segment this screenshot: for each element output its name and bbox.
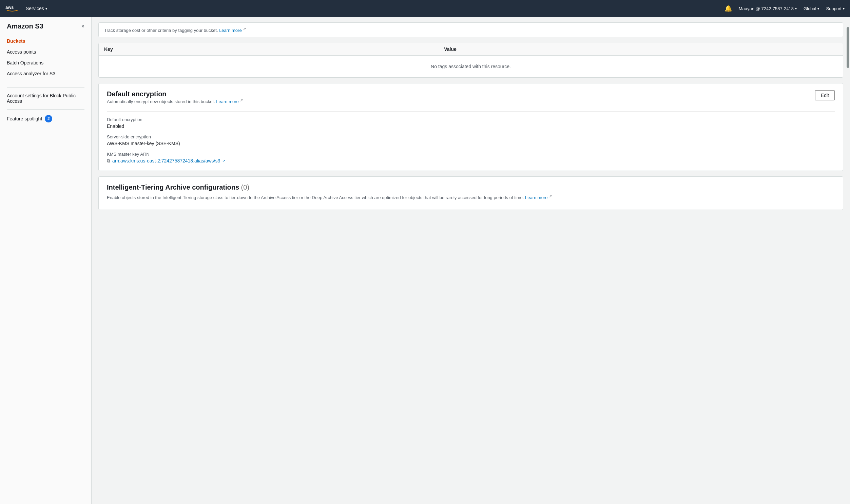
card-header: Default encryption Automatically encrypt… [107,90,835,106]
sidebar-item-account-settings[interactable]: Account settings for Block Public Access [0,90,91,107]
services-menu[interactable]: Services ▾ [26,6,47,11]
support-menu[interactable]: Support ▾ [826,6,845,11]
support-label: Support [826,6,842,11]
kms-arn-label: KMS master key ARN [107,151,835,157]
notifications-bell-icon[interactable]: 🔔 [724,5,732,12]
sse-label: Server-side encryption [107,134,835,139]
intelligent-tiering-card: Intelligent-Tiering Archive configuratio… [98,176,843,210]
encryption-card-divider [107,111,835,112]
aws-logo-svg: aws [5,4,19,13]
tags-notice-text: Track storage cost or other criteria by … [104,28,218,33]
sidebar-divider-1 [7,87,85,88]
services-chevron-icon: ▾ [46,7,47,11]
encryption-learn-more-link[interactable]: Learn more [216,100,238,105]
encryption-card-title: Default encryption [107,90,243,98]
global-chevron-icon: ▾ [817,7,819,11]
default-encryption-value: Enabled [107,124,835,129]
tags-empty-message: No tags associated with this resource. [99,56,843,78]
sidebar-title: Amazon S3 [7,22,43,30]
tiering-count: (0) [241,183,249,191]
sidebar-close-button[interactable]: × [82,24,85,29]
svg-text:aws: aws [5,5,14,10]
kms-arn-link[interactable]: ⧉ arn:aws:kms:us-east-2:724275872418:ali… [107,158,835,164]
tiering-title-section: Intelligent-Tiering Archive configuratio… [107,183,552,201]
sidebar-header: Amazon S3 × [0,22,91,36]
tags-learn-more-link[interactable]: Learn more [219,28,241,33]
services-label: Services [26,6,44,11]
sidebar-item-access-analyzer[interactable]: Access analyzer for S3 [0,68,91,79]
global-label: Global [803,6,816,11]
kms-arn-value: ⧉ arn:aws:kms:us-east-2:724275872418:ali… [107,158,835,164]
user-menu[interactable]: Maayan @ 7242-7587-2418 ▾ [739,6,797,11]
tags-external-link-icon: ↗ [243,27,246,31]
tags-notice: Track storage cost or other criteria by … [98,22,843,37]
tags-section: Key Value No tags associated with this r… [98,43,843,78]
tiering-card-header: Intelligent-Tiering Archive configuratio… [107,183,835,201]
default-encryption-label: Default encryption [107,117,835,122]
kms-arn-text: arn:aws:kms:us-east-2:724275872418:alias… [112,158,220,163]
tiering-card-title: Intelligent-Tiering Archive configuratio… [107,183,552,191]
tags-table: Key Value No tags associated with this r… [99,43,843,77]
sse-value: AWS-KMS master-key (SSE-KMS) [107,141,835,146]
feature-spotlight-label: Feature spotlight [7,116,42,122]
sidebar-navigation: Buckets Access points Batch Operations A… [0,36,91,85]
feature-spotlight-badge: 2 [45,115,52,123]
tags-value-header: Value [438,43,843,56]
main-content: Track storage cost or other criteria by … [92,17,850,504]
scrollbar-thumb[interactable] [847,27,849,68]
encryption-external-icon: ↗ [240,98,243,102]
sidebar-item-batch-operations[interactable]: Batch Operations [0,57,91,68]
sidebar-item-buckets[interactable]: Buckets [0,36,91,47]
tags-key-header: Key [99,43,438,56]
default-encryption-card: Default encryption Automatically encrypt… [98,83,843,170]
card-title-section: Default encryption Automatically encrypt… [107,90,243,106]
kms-external-icon: ↗ [222,159,225,163]
encryption-edit-button[interactable]: Edit [815,90,835,101]
top-navigation: aws Services ▾ 🔔 Maayan @ 7242-7587-2418… [0,0,850,17]
encryption-card-subtitle: Automatically encrypt new objects stored… [107,98,243,104]
tiering-description: Enable objects stored in the Intelligent… [107,193,552,201]
user-chevron-icon: ▾ [795,7,797,11]
scrollbar-track[interactable] [846,0,850,504]
support-chevron-icon: ▾ [843,7,845,11]
copy-icon: ⧉ [107,158,110,164]
tiering-learn-more-link[interactable]: Learn more [525,195,547,200]
sidebar-item-feature-spotlight[interactable]: Feature spotlight 2 [0,112,91,125]
sidebar-divider-2 [7,109,85,110]
aws-logo[interactable]: aws [5,4,19,13]
sidebar-item-access-points[interactable]: Access points [0,47,91,57]
sidebar: Amazon S3 × Buckets Access points Batch … [0,17,92,504]
global-menu[interactable]: Global ▾ [803,6,819,11]
tiering-external-icon: ↗ [549,194,552,198]
user-label: Maayan @ 7242-7587-2418 [739,6,794,11]
